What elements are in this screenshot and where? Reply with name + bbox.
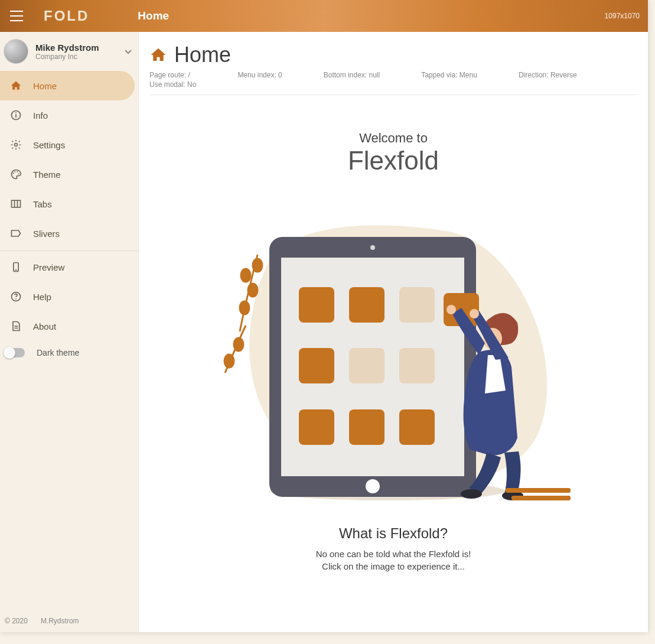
sidebar-item-slivers[interactable]: Slivers (0, 219, 138, 248)
avatar (4, 39, 28, 64)
sidebar-item-home[interactable]: Home (0, 71, 135, 100)
sidebar-item-theme[interactable]: Theme (0, 160, 138, 189)
sidebar-item-about[interactable]: About (0, 311, 138, 341)
debug-use-modal: Use modal: No (149, 80, 196, 89)
svg-rect-46 (506, 488, 571, 493)
sidebar-item-label: Theme (33, 170, 61, 180)
menu-icon[interactable] (8, 8, 25, 24)
nav-secondary: Preview Help About (0, 252, 138, 341)
what-line2: Click on the image to experience it... (149, 560, 637, 573)
phone-icon (9, 261, 22, 273)
svg-rect-39 (399, 409, 435, 445)
svg-point-17 (15, 298, 17, 300)
appbar-dimensions: 1097x1070 (605, 12, 640, 20)
dark-theme-toggle[interactable] (5, 348, 25, 357)
welcome-small: Welcome to (149, 131, 637, 146)
debug-info-row: Page route: / Use modal: No Menu index: … (149, 71, 637, 95)
app-bar: FOLD Home 1097x1070 (0, 0, 648, 32)
app-logo: FOLD (44, 8, 89, 24)
debug-direction: Direction: Reverse (519, 71, 577, 89)
sidebar-item-label: Settings (33, 140, 65, 150)
settings-icon (9, 139, 22, 151)
dark-theme-row: Dark theme (0, 341, 138, 365)
svg-rect-32 (349, 287, 384, 323)
svg-point-23 (253, 259, 262, 272)
user-company: Company Inc (35, 53, 117, 61)
welcome-big: Flexfold (149, 146, 637, 175)
svg-point-43 (470, 309, 479, 318)
debug-menu-index: Menu index: 0 (237, 71, 282, 89)
home-icon (9, 80, 22, 92)
sidebar-item-info[interactable]: Info (0, 100, 138, 130)
sidebar-item-preview[interactable]: Preview (0, 252, 138, 282)
what-line1: No one can be told what the Flexfold is! (149, 548, 637, 560)
svg-rect-4 (15, 114, 17, 118)
page-header: Home (149, 43, 637, 67)
svg-rect-35 (349, 348, 384, 383)
svg-rect-31 (299, 287, 334, 323)
svg-rect-37 (299, 409, 334, 445)
svg-point-25 (234, 338, 243, 351)
svg-rect-47 (511, 496, 571, 500)
sidebar: Mike Rydstrom Company Inc Home (0, 32, 139, 632)
sidebar-item-label: Tabs (33, 199, 52, 209)
what-is-section: What is Flexfold? No one can be told wha… (149, 525, 637, 573)
sidebar-item-label: Preview (33, 262, 64, 272)
svg-point-42 (447, 305, 456, 314)
main-content: Home Page route: / Use modal: No Menu in… (139, 32, 648, 632)
svg-point-20 (240, 301, 249, 314)
sidebar-item-tabs[interactable]: Tabs (0, 189, 138, 219)
svg-rect-36 (399, 348, 435, 383)
footer-copyright: © 2020 (5, 617, 28, 625)
sidebar-item-settings[interactable]: Settings (0, 130, 138, 160)
dark-theme-label: Dark theme (37, 348, 79, 357)
sidebar-item-label: Slivers (33, 229, 60, 239)
debug-bottom-index: Bottom index: null (324, 71, 380, 89)
footer-author: M.Rydstrom (41, 617, 79, 625)
svg-rect-5 (15, 112, 17, 113)
svg-point-6 (15, 144, 18, 147)
svg-point-30 (366, 479, 380, 493)
svg-point-7 (13, 173, 14, 174)
what-title: What is Flexfold? (149, 525, 637, 542)
debug-page-route: Page route: / (149, 71, 196, 79)
page-title: Home (174, 43, 231, 67)
chevron-down-icon[interactable] (124, 47, 132, 56)
doc-icon (9, 320, 22, 332)
svg-point-29 (370, 245, 375, 250)
debug-tapped-via: Tapped via: Menu (421, 71, 477, 89)
home-icon (149, 46, 167, 64)
svg-point-24 (224, 354, 234, 367)
svg-point-22 (241, 269, 250, 282)
appbar-title: Home (138, 9, 169, 22)
palette-icon (9, 168, 22, 180)
tag-icon (9, 227, 22, 239)
sidebar-item-label: Info (33, 110, 48, 121)
svg-point-10 (18, 173, 19, 174)
sidebar-footer: © 2020 M.Rydstrom (0, 611, 138, 632)
svg-point-21 (248, 284, 258, 297)
sidebar-divider (0, 251, 138, 251)
svg-rect-38 (349, 409, 384, 445)
nav-primary: Home Info Settings (0, 71, 138, 248)
svg-rect-11 (12, 200, 21, 207)
sidebar-item-label: Home (33, 81, 57, 91)
info-icon (9, 109, 22, 121)
svg-rect-33 (399, 287, 435, 323)
user-name: Mike Rydstrom (35, 43, 117, 53)
svg-point-8 (14, 171, 15, 172)
columns-icon (9, 198, 22, 210)
svg-rect-34 (299, 348, 334, 383)
user-account-row[interactable]: Mike Rydstrom Company Inc (0, 32, 138, 71)
sidebar-item-label: About (33, 321, 56, 331)
welcome-block: Welcome to Flexfold (149, 131, 637, 175)
help-icon (9, 291, 22, 303)
svg-point-44 (461, 489, 482, 499)
svg-point-9 (17, 171, 18, 173)
sidebar-item-label: Help (33, 292, 51, 302)
hero-illustration[interactable] (149, 190, 637, 509)
sidebar-item-help[interactable]: Help (0, 282, 138, 311)
